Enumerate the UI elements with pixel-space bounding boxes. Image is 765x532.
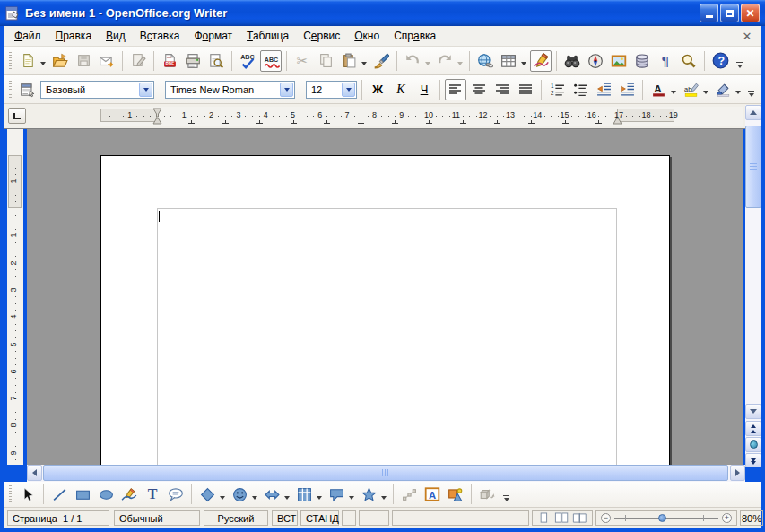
increase-indent-button[interactable] — [616, 79, 638, 100]
ellipse-button[interactable] — [95, 484, 117, 505]
help-button[interactable]: ? — [709, 50, 731, 72]
single-page-view-button[interactable] — [537, 511, 551, 525]
spellcheck-button[interactable]: ABC — [237, 50, 258, 72]
export-pdf-button[interactable]: PDF — [159, 50, 180, 72]
combo-dropdown-button[interactable] — [342, 83, 355, 97]
numbering-button[interactable]: 1 2 — [546, 79, 568, 100]
maximize-button[interactable] — [720, 4, 739, 22]
email-button[interactable] — [96, 50, 117, 72]
zoom-button[interactable] — [678, 50, 700, 72]
highlighting-button[interactable]: ab — [680, 79, 701, 100]
align-right-button[interactable] — [491, 79, 513, 100]
combo-dropdown-button[interactable] — [139, 83, 152, 97]
line-button[interactable] — [48, 484, 70, 505]
status-zoom-percent[interactable]: 80% — [740, 510, 763, 526]
close-button[interactable]: ✕ — [741, 4, 760, 22]
next-page-button[interactable] — [745, 453, 761, 467]
background-color-button[interactable] — [712, 79, 734, 100]
menu-item-4[interactable]: Формат — [187, 28, 239, 44]
toolbar-grip[interactable] — [9, 81, 12, 99]
vertical-scrollbar-thumb[interactable] — [745, 126, 761, 208]
toolbar-grip[interactable] — [9, 52, 12, 70]
nonprinting-characters-button[interactable]: ¶ — [655, 50, 676, 72]
status-page-style[interactable]: Обычный — [114, 510, 200, 526]
extrusion-button[interactable] — [476, 484, 498, 505]
from-file-button[interactable] — [445, 484, 466, 505]
status-language[interactable]: Русский — [204, 510, 268, 526]
indent-marker-left[interactable] — [152, 107, 162, 126]
zoom-out-button[interactable]: − — [601, 513, 611, 523]
rectangle-button[interactable] — [72, 484, 93, 505]
redo-dropdown-arrow[interactable] — [457, 62, 463, 68]
scroll-down-button[interactable] — [745, 404, 761, 419]
cut-button[interactable]: ✂ — [291, 50, 313, 72]
page-preview-button[interactable] — [205, 50, 227, 72]
format-paintbrush-button[interactable] — [370, 50, 392, 72]
scroll-left-button[interactable] — [27, 465, 42, 481]
zoom-in-button[interactable]: + — [722, 513, 732, 523]
scroll-up-button[interactable] — [745, 105, 761, 120]
horizontal-scrollbar-track[interactable] — [27, 465, 745, 482]
flowcharts-button[interactable] — [293, 484, 315, 505]
toolbar-overflow-button[interactable] — [748, 91, 754, 100]
zoom-slider-track[interactable] — [614, 518, 718, 519]
font-size-combo[interactable]: 12 — [306, 81, 357, 99]
fontwork-gallery-button[interactable]: A — [422, 484, 443, 505]
status-page[interactable]: Страница 1 / 1 — [7, 510, 109, 526]
points-button[interactable] — [398, 484, 420, 505]
multi-page-view-button[interactable] — [554, 511, 569, 525]
symbol-shapes-button[interactable] — [229, 484, 250, 505]
gallery-button[interactable] — [608, 50, 630, 72]
toolbar-overflow-button[interactable] — [503, 495, 509, 504]
redo-button[interactable] — [434, 50, 456, 72]
undo-button[interactable] — [402, 50, 423, 72]
align-center-button[interactable] — [468, 79, 490, 100]
text-callout-button[interactable] — [165, 484, 187, 505]
select-button[interactable] — [17, 484, 39, 505]
menu-item-6[interactable]: Сервис — [296, 28, 347, 44]
block-arrows-button[interactable] — [261, 484, 283, 505]
edit-file-button[interactable] — [127, 50, 149, 72]
menu-item-8[interactable]: Справка — [387, 28, 443, 44]
callouts-button[interactable] — [326, 484, 347, 505]
menu-item-7[interactable]: Окно — [347, 28, 387, 44]
show-draw-functions-button[interactable] — [530, 50, 552, 72]
new-dropdown-arrow[interactable] — [40, 62, 46, 68]
data-sources-button[interactable] — [631, 50, 653, 72]
document-page[interactable] — [100, 155, 670, 465]
paragraph-style-combo[interactable]: Базовый — [40, 81, 154, 99]
justify-button[interactable] — [515, 79, 536, 100]
vertical-ruler[interactable]: 1123456789 — [7, 129, 23, 465]
menu-item-0[interactable]: Файл — [7, 28, 48, 44]
menu-item-1[interactable]: Правка — [48, 28, 100, 44]
tab-stop-selector-button[interactable] — [8, 108, 26, 124]
toolbar-grip[interactable] — [9, 485, 12, 503]
scroll-right-button[interactable] — [730, 465, 745, 481]
bullets-button[interactable] — [569, 79, 591, 100]
horizontal-scrollbar-thumb[interactable] — [43, 465, 728, 481]
save-button[interactable] — [73, 50, 94, 72]
menu-item-5[interactable]: Таблица — [239, 28, 296, 44]
menu-item-3[interactable]: Вставка — [133, 28, 187, 44]
status-insert-mode[interactable]: ВСТ — [272, 510, 298, 526]
find-replace-button[interactable] — [561, 50, 583, 72]
highlighting-dropdown-arrow[interactable] — [703, 91, 708, 97]
styles-and-formatting-button[interactable] — [17, 79, 39, 100]
toolbar-overflow-button[interactable] — [736, 62, 743, 71]
callouts-dropdown-arrow[interactable] — [349, 496, 354, 502]
background-color-dropdown-arrow[interactable] — [735, 91, 741, 97]
basic-shapes-dropdown-arrow[interactable] — [220, 496, 225, 502]
open-button[interactable] — [49, 50, 71, 72]
bold-button[interactable]: Ж — [367, 79, 388, 100]
print-button[interactable] — [182, 50, 204, 72]
book-view-button[interactable] — [572, 511, 587, 525]
minimize-button[interactable] — [700, 4, 718, 22]
block-arrows-dropdown-arrow[interactable] — [284, 496, 290, 502]
document-workspace[interactable] — [27, 129, 743, 465]
hyperlink-button[interactable] — [474, 50, 496, 72]
stars-button[interactable] — [358, 484, 379, 505]
auto-spellcheck-button[interactable]: ABC — [260, 50, 282, 72]
previous-page-button[interactable] — [745, 421, 761, 436]
table-dropdown-arrow[interactable] — [521, 62, 526, 68]
font-name-combo[interactable]: Times New Roman — [165, 81, 295, 99]
